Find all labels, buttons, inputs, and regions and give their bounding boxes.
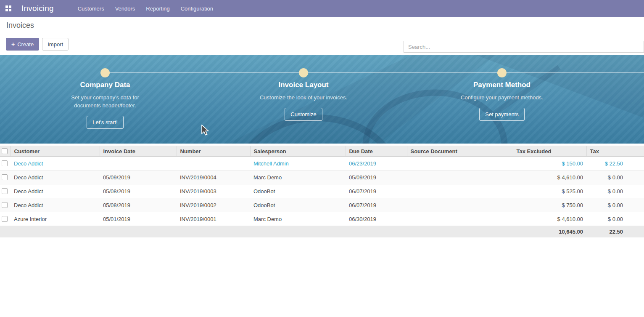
customize-button[interactable]: Customize — [285, 108, 322, 121]
onboarding-banner: Company Data Set your company's data for… — [0, 55, 644, 144]
cell-due-date: 06/07/2019 — [346, 184, 407, 198]
import-button-label: Import — [48, 41, 63, 48]
cell-customer: Deco Addict — [11, 198, 100, 212]
cell-tax: $ 22.50 — [586, 157, 644, 170]
cell-number: INV/2019/0002 — [177, 198, 250, 212]
cell-due-date: 06/30/2019 — [346, 212, 407, 226]
cell-number — [177, 157, 250, 170]
cell-invoice-date: 05/01/2019 — [100, 212, 177, 226]
invoice-list-table: Customer Invoice Date Number Salesperson… — [0, 146, 644, 237]
table-footer-row: 10,645.00 22.50 — [0, 226, 644, 237]
cell-tax: $ 0.00 — [586, 198, 644, 212]
apps-grid-icon[interactable] — [5, 5, 11, 11]
create-button[interactable]: + Create — [6, 38, 39, 51]
top-navbar: Invoicing Customers Vendors Reporting Co… — [0, 0, 644, 17]
cell-salesperson: OdooBot — [250, 198, 346, 212]
nav-item-vendors[interactable]: Vendors — [110, 0, 141, 17]
table-header-row: Customer Invoice Date Number Salesperson… — [0, 146, 644, 157]
cell-customer: Azure Interior — [11, 212, 100, 226]
cell-tax-excluded: $ 750.00 — [513, 198, 586, 212]
column-header-invoice-date[interactable]: Invoice Date — [100, 146, 177, 157]
cell-customer: Deco Addict — [11, 170, 100, 184]
cell-invoice-date — [100, 157, 177, 170]
cell-salesperson: Marc Demo — [250, 170, 346, 184]
row-checkbox[interactable] — [2, 188, 8, 194]
step-title: Payment Method — [439, 81, 565, 89]
table-row[interactable]: Deco Addict Mitchell Admin 06/23/2019 $ … — [0, 157, 644, 170]
nav-item-customers[interactable]: Customers — [72, 0, 110, 17]
cell-customer: Deco Addict — [11, 184, 100, 198]
cell-invoice-date: 05/09/2019 — [100, 170, 177, 184]
cell-source-document — [407, 184, 513, 198]
nav-item-reporting[interactable]: Reporting — [140, 0, 175, 17]
cell-due-date: 05/09/2019 — [346, 170, 407, 184]
onboarding-step-company-data: Company Data Set your company's data for… — [42, 81, 168, 129]
column-header-source-document[interactable]: Source Document — [407, 146, 513, 157]
step-dot-payment-method[interactable] — [497, 68, 507, 77]
column-header-tax-excluded[interactable]: Tax Excluded — [513, 146, 586, 157]
nav-item-configuration[interactable]: Configuration — [175, 0, 219, 17]
cell-salesperson: OdooBot — [250, 184, 346, 198]
step-title: Company Data — [42, 81, 168, 89]
cell-due-date: 06/07/2019 — [346, 198, 407, 212]
import-button[interactable]: Import — [42, 38, 69, 51]
step-description: Set your company's data for documents he… — [59, 93, 151, 109]
cell-source-document — [407, 170, 513, 184]
cell-tax-excluded: $ 4,610.00 — [513, 212, 586, 226]
cell-salesperson: Mitchell Admin — [250, 157, 346, 170]
cell-tax-excluded: $ 150.00 — [513, 157, 586, 170]
row-checkbox[interactable] — [2, 160, 8, 166]
row-checkbox[interactable] — [2, 216, 8, 222]
table-row[interactable]: Deco Addict 05/09/2019 INV/2019/0004 Mar… — [0, 170, 644, 184]
cell-customer: Deco Addict — [11, 157, 100, 170]
column-header-tax[interactable]: Tax — [586, 146, 644, 157]
nav-menu: Customers Vendors Reporting Configuratio… — [72, 0, 219, 17]
row-checkbox[interactable] — [2, 174, 8, 180]
page-title: Invoices — [6, 21, 34, 30]
cell-invoice-date: 05/08/2019 — [100, 198, 177, 212]
cell-salesperson: Marc Demo — [250, 212, 346, 226]
table-row[interactable]: Azure Interior 05/01/2019 INV/2019/0001 … — [0, 212, 644, 226]
row-checkbox[interactable] — [2, 202, 8, 208]
cell-number: INV/2019/0004 — [177, 170, 250, 184]
step-dot-company-data[interactable] — [100, 68, 110, 77]
column-header-customer[interactable]: Customer — [11, 146, 100, 157]
table-row[interactable]: Deco Addict 05/08/2019 INV/2019/0002 Odo… — [0, 198, 644, 212]
cell-tax-excluded: $ 525.00 — [513, 184, 586, 198]
create-button-label: Create — [17, 41, 34, 48]
select-all-checkbox[interactable] — [2, 148, 8, 154]
onboarding-step-invoice-layout: Invoice Layout Customize the look of you… — [240, 81, 367, 121]
cell-invoice-date: 05/08/2019 — [100, 184, 177, 198]
cell-number: INV/2019/0003 — [177, 184, 250, 198]
plus-icon: + — [11, 41, 15, 48]
control-panel: Invoices + Create Import Filters ≡ Group… — [0, 17, 644, 55]
step-title: Invoice Layout — [240, 81, 367, 89]
cell-tax: $ 0.00 — [586, 170, 644, 184]
onboarding-step-payment-method: Payment Method Configure your payment me… — [439, 81, 565, 121]
tax-excluded-total: 10,645.00 — [513, 226, 586, 237]
cell-tax: $ 0.00 — [586, 184, 644, 198]
tax-total: 22.50 — [586, 226, 644, 237]
cell-tax: $ 0.00 — [586, 212, 644, 226]
app-brand[interactable]: Invoicing — [21, 4, 54, 13]
column-header-number[interactable]: Number — [177, 146, 250, 157]
step-dot-invoice-layout[interactable] — [299, 68, 308, 77]
lets-start-button[interactable]: Let's start! — [87, 116, 124, 129]
search-input[interactable] — [404, 41, 644, 53]
column-header-due-date[interactable]: Due Date — [346, 146, 407, 157]
cell-number: INV/2019/0001 — [177, 212, 250, 226]
cell-source-document — [407, 157, 513, 170]
cell-source-document — [407, 212, 513, 226]
step-description: Configure your payment methods. — [447, 93, 557, 101]
onboarding-progress-line — [105, 72, 644, 73]
cell-tax-excluded: $ 4,610.00 — [513, 170, 586, 184]
step-description: Customize the look of your invoices. — [257, 93, 350, 101]
cell-source-document — [407, 198, 513, 212]
column-header-salesperson[interactable]: Salesperson — [250, 146, 346, 157]
set-payments-button[interactable]: Set payments — [479, 108, 525, 121]
table-row[interactable]: Deco Addict 05/08/2019 INV/2019/0003 Odo… — [0, 184, 644, 198]
cell-due-date: 06/23/2019 — [346, 157, 407, 170]
